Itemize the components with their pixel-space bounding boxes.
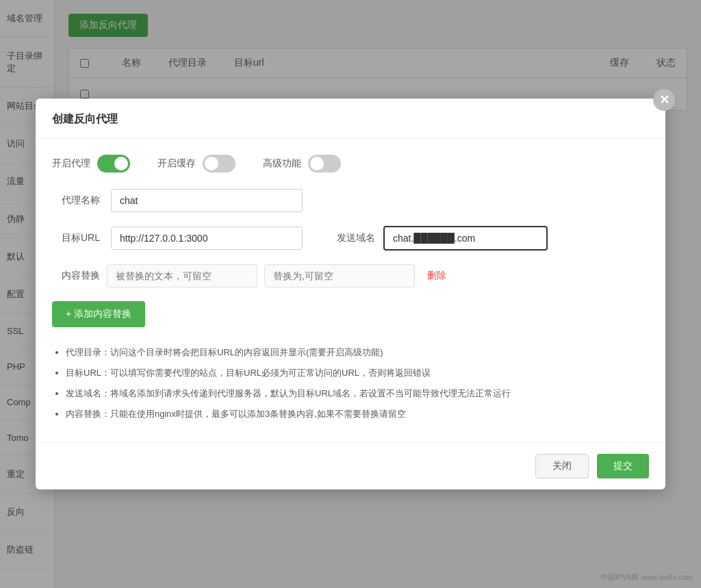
proxy-name-input[interactable]	[111, 189, 303, 212]
send-domain-input[interactable]	[383, 226, 548, 251]
modal-body: 开启代理 开启缓存 高级功能 代理名称	[36, 138, 665, 442]
close-button[interactable]: 关闭	[535, 454, 589, 478]
advanced-toggle-group: 高级功能	[263, 155, 341, 172]
info-list: 代理目录：访问这个目录时将会把目标URL的内容返回并显示(需要开启高级功能) 目…	[52, 344, 649, 423]
proxy-toggle-label: 开启代理	[52, 157, 90, 170]
proxy-name-row: 代理名称	[52, 189, 649, 212]
target-url-label: 目标URL	[52, 232, 100, 244]
add-content-replace-button[interactable]: + 添加内容替换	[52, 301, 145, 327]
send-domain-label: 发送域名	[334, 232, 375, 244]
content-replace-to-input[interactable]	[264, 264, 415, 287]
toggle-row: 开启代理 开启缓存 高级功能	[52, 155, 649, 172]
send-domain-group: 发送域名	[334, 226, 548, 251]
modal-overlay: ✕ 创建反向代理 开启代理 开启缓存 高级功能	[0, 0, 701, 588]
cache-toggle-group: 开启缓存	[157, 155, 235, 172]
proxy-name-label: 代理名称	[52, 194, 100, 207]
submit-button[interactable]: 提交	[597, 454, 649, 478]
info-item-2: 目标URL：可以填写你需要代理的站点，目标URL必须为可正常访问的URL，否则将…	[66, 364, 649, 382]
proxy-toggle-group: 开启代理	[52, 155, 130, 172]
info-item-3: 发送域名：将域名添加到请求头传递到代理服务器，默认为目标URL域名，若设置不当可…	[66, 385, 649, 402]
content-replace-delete[interactable]: 删除	[427, 270, 446, 282]
proxy-toggle-switch[interactable]	[97, 155, 130, 172]
info-item-1: 代理目录：访问这个目录时将会把目标URL的内容返回并显示(需要开启高级功能)	[66, 344, 649, 361]
background-page: 域名管理 子目录绑定 网站目录 访问 流量 伪静 默认 配置 SSL PHP C…	[0, 0, 701, 588]
advanced-toggle-switch[interactable]	[308, 155, 341, 172]
cache-toggle-switch[interactable]	[203, 155, 235, 172]
cache-toggle-label: 开启缓存	[157, 157, 196, 170]
modal-title: 创建反向代理	[36, 99, 665, 138]
info-item-4: 内容替换：只能在使用nginx时提供，最多可以添加3条替换内容,如果不需要替换请…	[66, 405, 649, 423]
modal: ✕ 创建反向代理 开启代理 开启缓存 高级功能	[36, 99, 665, 489]
content-replace-from-input[interactable]	[107, 264, 257, 287]
target-url-row: 目标URL 发送域名	[52, 226, 649, 251]
content-replace-label: 内容替换	[52, 270, 100, 282]
modal-close-button[interactable]: ✕	[653, 89, 675, 111]
target-url-input[interactable]	[111, 227, 303, 250]
advanced-toggle-label: 高级功能	[263, 157, 301, 170]
modal-footer: 关闭 提交	[36, 442, 665, 489]
content-replace-row: 内容替换 删除	[52, 264, 649, 287]
